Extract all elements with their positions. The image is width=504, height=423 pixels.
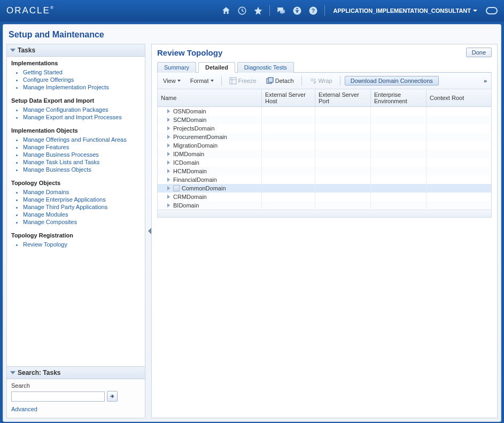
tab-diagnostic-tests[interactable]: Diagnostic Tests	[237, 62, 294, 73]
splitter-collapse-icon[interactable]	[148, 228, 151, 234]
table-row[interactable]: IDMDomain	[158, 150, 491, 158]
user-label: APPLICATION_IMPLEMENTATION_CONSULTANT	[334, 7, 471, 14]
sidebar-link[interactable]: Manage Third Party Applications	[23, 204, 107, 210]
cell-name: CommonDomain	[158, 184, 262, 193]
sidebar-item: Manage Implementation Projects	[23, 83, 145, 91]
chevron-down-icon	[473, 10, 477, 12]
col-header-host[interactable]: External Server Host	[262, 89, 315, 106]
cell-empty	[262, 184, 315, 193]
cell-empty	[315, 184, 371, 193]
cell-empty	[315, 133, 371, 141]
sidebar-item: Manage Enterprise Applications	[23, 196, 145, 203]
cell-empty	[371, 133, 427, 141]
search-input[interactable]	[11, 391, 105, 402]
expand-triangle-icon[interactable]	[167, 143, 170, 148]
oracle-logo: ORACLE®	[6, 5, 55, 16]
tab-detailed[interactable]: Detailed	[198, 62, 235, 73]
advanced-search-link[interactable]: Advanced	[11, 406, 37, 412]
sidebar-section-header: Implementation Objects	[7, 124, 145, 135]
cell-empty	[371, 116, 427, 124]
sidebar-item: Manage Features	[23, 143, 145, 151]
table-row[interactable]: ProcurementDomain	[158, 133, 491, 141]
col-header-port[interactable]: External Server Port	[315, 89, 371, 106]
table-row[interactable]: FinancialDomain	[158, 175, 491, 184]
domain-name-label: ProjectsDomain	[173, 125, 215, 132]
table-row[interactable]: BIDomain	[158, 201, 491, 210]
chat-icon[interactable]	[275, 5, 287, 17]
freeze-button[interactable]: Freeze	[226, 76, 260, 86]
home-icon[interactable]	[220, 5, 232, 17]
help-icon[interactable]: ?	[307, 5, 319, 17]
expand-triangle-icon[interactable]	[167, 152, 170, 156]
expand-triangle-icon[interactable]	[167, 203, 170, 207]
sidebar-section-header: Setup Data Export and Import	[7, 94, 145, 105]
search-go-button[interactable]	[107, 391, 118, 402]
sidebar-link[interactable]: Configure Offerings	[23, 76, 74, 83]
col-header-env[interactable]: Enterprise Environment	[371, 89, 427, 106]
accessibility-icon[interactable]	[291, 5, 303, 17]
sidebar-link[interactable]: Manage Task Lists and Tasks	[23, 159, 99, 165]
collapse-triangle-icon	[10, 371, 15, 374]
cell-empty	[371, 141, 427, 150]
sidebar-link[interactable]: Getting Started	[23, 69, 63, 75]
table-row[interactable]: CRMDomain	[158, 193, 491, 201]
view-menu[interactable]: View	[160, 76, 184, 85]
expand-triangle-icon[interactable]	[167, 135, 170, 139]
done-button[interactable]: Done	[466, 48, 492, 57]
table-row[interactable]: MigrationDomain	[158, 141, 491, 150]
sidebar-link[interactable]: Manage Modules	[23, 211, 68, 218]
tab-summary[interactable]: Summary	[157, 62, 196, 73]
table-row[interactable]: CommonDomain	[158, 184, 491, 193]
sidebar-link[interactable]: Manage Export and Import Processes	[23, 114, 122, 120]
expand-triangle-icon[interactable]	[167, 109, 170, 113]
sidebar-link[interactable]: Manage Enterprise Applications	[23, 196, 106, 203]
table-row[interactable]: ICDomain	[158, 158, 491, 167]
expand-triangle-icon[interactable]	[167, 169, 170, 173]
sidebar-link[interactable]: Manage Implementation Projects	[23, 84, 109, 90]
clock-icon[interactable]	[236, 5, 248, 17]
table-row[interactable]: ProjectsDomain	[158, 124, 491, 133]
cell-empty	[371, 167, 427, 175]
detach-button[interactable]: Detach	[263, 76, 297, 86]
sidebar-link[interactable]: Manage Business Processes	[23, 151, 99, 158]
cell-name: SCMDomain	[158, 116, 262, 124]
search-panel-header[interactable]: Search: Tasks	[7, 367, 145, 379]
user-menu[interactable]: APPLICATION_IMPLEMENTATION_CONSULTANT	[334, 7, 477, 14]
sidebar-link[interactable]: Manage Configuration Packages	[23, 106, 108, 113]
col-header-name[interactable]: Name	[158, 89, 262, 106]
table-row[interactable]: SCMDomain	[158, 116, 491, 124]
expand-triangle-icon[interactable]	[167, 195, 170, 199]
format-menu[interactable]: Format	[187, 76, 217, 85]
toolbar-overflow-icon[interactable]: »	[482, 78, 489, 84]
wrap-button[interactable]: Wrap	[306, 76, 336, 86]
search-header-label: Search: Tasks	[18, 369, 61, 376]
sidebar-link[interactable]: Manage Composites	[23, 219, 77, 225]
sidebar-link[interactable]: Manage Business Objects	[23, 166, 91, 173]
cell-empty	[427, 150, 483, 158]
star-icon[interactable]	[252, 5, 264, 17]
expand-triangle-icon[interactable]	[167, 118, 170, 122]
table-row[interactable]: HCMDomain	[158, 167, 491, 175]
grid-footer	[158, 210, 491, 217]
cell-empty	[262, 193, 315, 201]
expand-triangle-icon[interactable]	[167, 186, 170, 190]
sidebar-section-list: Manage DomainsManage Enterprise Applicat…	[7, 188, 145, 226]
sidebar-section-list: Manage Offerings and Functional AreasMan…	[7, 136, 145, 173]
status-pill-icon[interactable]	[486, 7, 498, 14]
tasks-panel-header[interactable]: Tasks	[7, 44, 145, 57]
col-header-ctx[interactable]: Context Root	[427, 89, 483, 106]
sidebar-link[interactable]: Manage Domains	[23, 189, 69, 195]
expand-triangle-icon[interactable]	[167, 160, 170, 165]
expand-triangle-icon[interactable]	[167, 126, 170, 130]
sidebar-link[interactable]: Manage Offerings and Functional Areas	[23, 136, 127, 143]
sidebar-link[interactable]: Manage Features	[23, 144, 69, 150]
sidebar-link[interactable]: Review Topology	[23, 241, 67, 248]
expand-triangle-icon[interactable]	[167, 178, 170, 182]
domain-name-label: ProcurementDomain	[173, 134, 227, 140]
sidebar-item: Review Topology	[23, 241, 145, 248]
download-domain-connections-button[interactable]: Download Domain Connections	[345, 76, 439, 86]
cell-empty	[427, 184, 483, 193]
cell-empty	[427, 107, 483, 116]
cell-empty	[262, 175, 315, 184]
table-row[interactable]: OSNDomain	[158, 107, 491, 116]
